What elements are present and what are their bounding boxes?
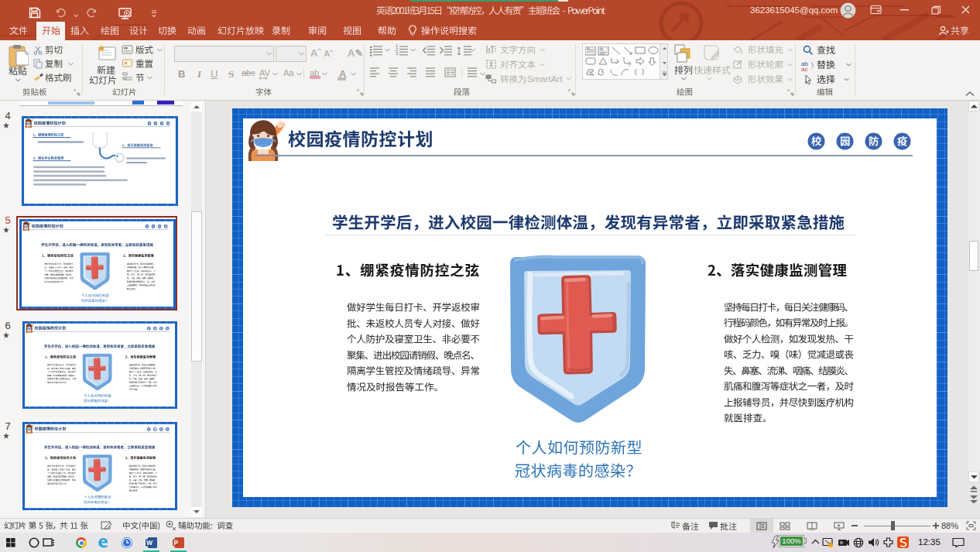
svg-text:W: W <box>146 539 153 547</box>
svg-text:P: P <box>174 539 179 547</box>
svg-text:ac: ac <box>801 66 807 71</box>
